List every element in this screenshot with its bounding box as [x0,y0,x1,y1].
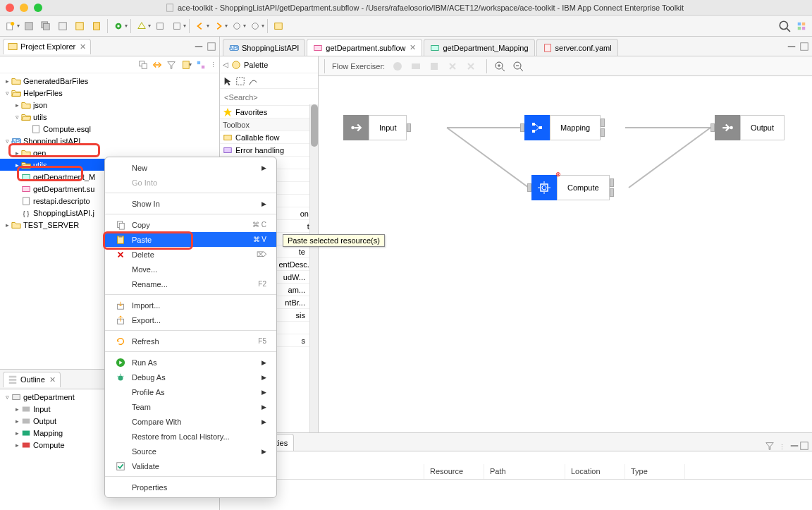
close-icon[interactable]: ✕ [80,42,86,51]
fe-icon-5[interactable] [465,61,476,72]
tb-btn-15[interactable] [271,18,286,34]
menu-item-refresh[interactable]: RefreshF5 [105,334,276,348]
editor-tab-server.conf.yaml[interactable]: server.conf.yaml [536,39,618,56]
menu-item-properties[interactable]: Properties [105,480,276,494]
menu-item-debug-as[interactable]: Debug As▶ [105,370,276,384]
menu-item-profile-as[interactable]: Profile As▶ [105,384,276,399]
output-node[interactable]: Output [710,115,785,140]
th-type[interactable]: Type [625,464,685,479]
outline-item[interactable]: Compute [33,441,65,449]
menu-item-team[interactable]: Team▶ [105,399,276,414]
menu-item-validate[interactable]: Validate [105,459,276,473]
maximize-view-icon[interactable] [799,42,809,51]
menu-item-run-as[interactable]: Run As▶ [105,355,276,370]
compute-node[interactable]: ⊗ Compute [527,175,614,200]
palette-item[interactable]: Error handling⌄ [220,144,318,157]
close-window-button[interactable] [6,4,14,12]
minimize-view-icon[interactable] [787,42,796,51]
menu-item-import-[interactable]: Import... [105,298,276,312]
outline-tab[interactable]: Outline ✕ [3,372,61,387]
outline-root[interactable]: getDepartment [23,393,75,401]
editor-tab-ShoppingListAPI[interactable]: APIShoppingListAPI [223,39,305,56]
th-resource[interactable]: Resource [424,464,484,479]
minimize-view-icon[interactable] [194,42,204,51]
minimize-window-button[interactable] [20,4,28,12]
editor-tab-getDepartment.subflow[interactable]: getDepartment.subflow✕ [307,39,422,56]
flow-canvas[interactable]: Input Mapping Output [319,76,812,452]
marquee-tool-icon[interactable] [235,76,245,86]
forward-button[interactable] [211,18,226,34]
project-explorer-tab[interactable]: Project Explorer ✕ [3,39,91,54]
record-icon[interactable] [392,61,403,72]
view-menu-icon[interactable]: ⋮ [210,61,216,68]
menu-item-export-[interactable]: Export... [105,312,276,327]
filter-icon[interactable] [166,60,176,70]
outline-item[interactable]: Output [33,417,56,425]
tree-item-GeneratedBarFiles[interactable]: ▸GeneratedBarFiles [0,75,219,87]
maximize-window-button[interactable] [34,4,42,12]
menu-item-new[interactable]: New▶ [105,160,276,175]
palette-item[interactable]: Favorites⌄ [220,106,318,119]
tb-btn-5[interactable] [72,18,87,34]
menu-item-delete[interactable]: Delete⌦ [105,247,276,262]
close-icon[interactable]: ✕ [49,375,56,384]
save-button[interactable] [21,18,37,34]
send-icon[interactable] [410,61,422,72]
scrollbar-thumb[interactable] [311,104,318,147]
outline-item[interactable]: Input [33,405,50,413]
output-terminal[interactable] [601,119,605,127]
menu-item-show-in[interactable]: Show In▶ [105,196,276,211]
new-button[interactable] [3,18,18,34]
palette-item[interactable]: Callable flow⌄ [220,131,318,144]
stop-icon[interactable] [429,61,440,72]
tree-item-ShoppingListAPI[interactable]: ▿APIShoppingListAPI [0,135,219,147]
tree-item-json[interactable]: ▸json [0,99,219,111]
th-location[interactable]: Location [565,464,625,479]
th-path[interactable]: Path [484,464,565,479]
back-button[interactable] [192,18,208,34]
connection-tool-icon[interactable] [248,76,258,86]
perspective-button[interactable] [794,18,809,34]
menu-item-source[interactable]: Source▶ [105,444,276,459]
zoom-in-icon[interactable] [494,61,505,72]
zoom-out-icon[interactable] [512,61,524,72]
menu-item-restore-from-local-history-[interactable]: Restore from Local History... [105,429,276,444]
close-icon[interactable]: ✕ [410,43,416,52]
mapping-node[interactable]: Mapping [520,115,605,140]
tree-item-HelperFiles[interactable]: ▿HelperFiles [0,87,219,99]
tb-btn-10[interactable] [169,18,185,34]
menu-item-move-[interactable]: Move... [105,262,276,277]
menu-item-rename-[interactable]: Rename...F2 [105,277,276,291]
search-button[interactable] [134,18,149,34]
output-terminal[interactable] [610,178,614,187]
maximize-view-icon[interactable] [207,42,216,51]
tree-item-Compute.esql[interactable]: Compute.esql [0,123,219,135]
fail-terminal[interactable] [601,128,605,137]
tb-btn-9[interactable] [152,18,168,34]
palette-search-input[interactable] [224,93,321,102]
fail-terminal[interactable] [610,188,614,197]
quick-access-search[interactable] [777,18,792,34]
palette-scrollbar[interactable] [309,104,318,432]
fe-icon-4[interactable] [447,61,458,72]
outline-item[interactable]: Mapping [33,429,63,437]
tb-btn-4[interactable] [55,18,70,34]
selection-tool-icon[interactable] [223,76,233,86]
tb-btn-13[interactable] [229,18,245,34]
menu-item-copy[interactable]: Copy⌘ C [105,217,276,232]
input-node[interactable]: Input [343,115,411,140]
save-all-button[interactable] [38,18,54,34]
debug-button[interactable] [111,18,126,34]
output-terminal[interactable] [407,123,411,132]
palette-category[interactable]: Toolbox [220,119,318,131]
menu-item-paste[interactable]: Paste⌘ V [105,232,276,247]
pe-refresh-icon[interactable] [196,60,206,70]
collapse-all-icon[interactable] [138,60,148,70]
editor-tab-getDepartment_Mapping[interactable]: getDepartment_Mapping [424,39,534,56]
menu-item-compare-with[interactable]: Compare With▶ [105,414,276,429]
tb-btn-6[interactable] [89,18,104,34]
palette-collapse-icon[interactable]: ◁ [223,61,228,68]
tb-btn-14[interactable] [247,18,263,34]
tree-item-utils[interactable]: ▿utils [0,111,219,123]
link-editor-icon[interactable] [152,60,162,70]
